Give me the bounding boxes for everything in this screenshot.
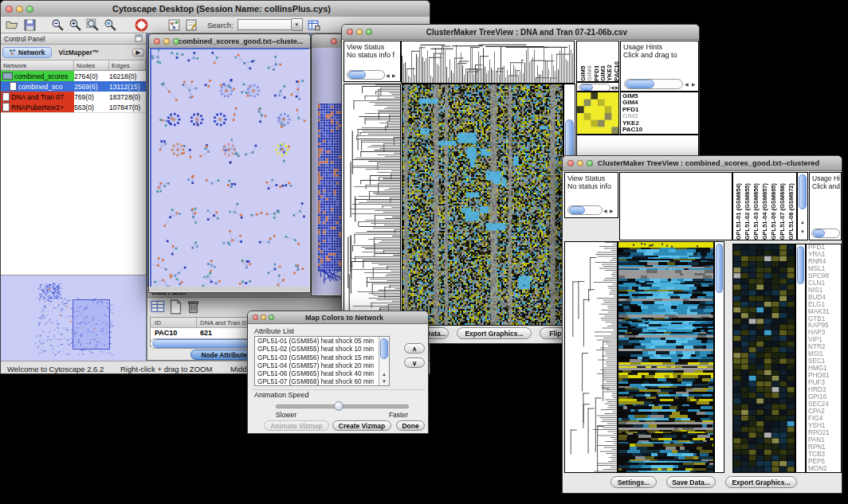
annotation-icon[interactable]: [185, 18, 198, 32]
tv2-column-scrollbar[interactable]: ▲ ▼: [797, 172, 808, 240]
zoom-button[interactable]: [366, 29, 372, 35]
scroll-left-icon[interactable]: ◀: [685, 81, 689, 88]
animation-speed-slider[interactable]: [276, 404, 409, 408]
scroll-down-icon[interactable]: ▼: [382, 378, 387, 385]
vscroll-thumb[interactable]: [380, 338, 388, 359]
scroll-right-icon[interactable]: ▶: [610, 208, 614, 214]
delete-attribute-icon[interactable]: [186, 299, 199, 313]
float-panel-icon[interactable]: [135, 34, 143, 44]
close-button[interactable]: [154, 38, 160, 45]
animate-vizmap-button[interactable]: Animate Vizmap: [264, 420, 329, 431]
main-titlebar[interactable]: Cytoscape Desktop (Session Name: collins…: [1, 1, 430, 18]
heatmap-column-label[interactable]: GPL51-04 (GSM857): [761, 183, 768, 240]
settings-button[interactable]: Settings...: [610, 476, 657, 488]
usage-hints-hscrollbar[interactable]: [624, 79, 683, 89]
move-up-button[interactable]: ∧: [404, 343, 425, 354]
slider-thumb[interactable]: [334, 401, 344, 411]
export-graphics-button[interactable]: Export Graphics...: [457, 327, 532, 339]
tv1-mini-heatmap[interactable]: [576, 92, 619, 135]
network-row[interactable]: combined_scores 2764(0) 16218(0): [1, 71, 146, 81]
minimize-button[interactable]: [163, 38, 170, 45]
heatmap-column-label[interactable]: GPL51-01 (GSM854): [735, 183, 742, 240]
minimize-button[interactable]: [577, 160, 583, 166]
attribute-browser-icon[interactable]: [307, 18, 320, 32]
zoom-button[interactable]: [26, 6, 33, 13]
attribute-item[interactable]: GPL51-04 (GSM857) heat shock 20 min: [255, 362, 389, 370]
network-window-titlebar[interactable]: combined_scores_good.txt--cluste...: [149, 34, 310, 49]
attribute-item[interactable]: GPL51-03 (GSM856) heat shock 15 min: [255, 354, 389, 362]
zoom-fit-icon[interactable]: [86, 18, 100, 32]
vscroll-thumb[interactable]: [799, 174, 807, 209]
attribute-list-vscrollbar[interactable]: ▲ ▼: [379, 337, 389, 385]
scroll-right-icon[interactable]: ▶: [692, 81, 696, 88]
attribute-item[interactable]: GPL51-02 (GSM855) heat shock 10 min: [255, 346, 389, 354]
network-row[interactable]: RNAPuberNov2+ 563(0) 107847(0): [1, 102, 146, 112]
tv2-row-dendrogram[interactable]: [564, 241, 618, 473]
zoom-selected-icon[interactable]: [104, 18, 117, 32]
save-icon[interactable]: [23, 18, 37, 32]
done-button[interactable]: Done: [396, 420, 425, 431]
heatmap-column-label[interactable]: GPL51-03 (GSM856): [752, 183, 760, 240]
close-button[interactable]: [567, 160, 574, 166]
tv2-zoom-vscrollbar[interactable]: [795, 244, 806, 473]
minimize-button[interactable]: [16, 6, 23, 13]
move-down-button[interactable]: ∨: [404, 357, 425, 368]
birds-eye-view[interactable]: [1, 275, 146, 361]
tv1-heatmap[interactable]: [402, 84, 563, 326]
heatmap-column-label[interactable]: GIM4: [586, 65, 591, 81]
open-file-icon[interactable]: [6, 18, 19, 32]
heatmap-column-label[interactable]: GPL51-07 (GSM868): [779, 183, 786, 240]
view-status-hscrollbar[interactable]: [567, 205, 603, 215]
network-graph-canvas[interactable]: [151, 49, 309, 288]
new-attribute-icon[interactable]: [168, 299, 182, 313]
zoom-button[interactable]: [269, 315, 274, 320]
heatmap-column-label[interactable]: PAC10: [613, 61, 618, 81]
scroll-up-icon[interactable]: ▲: [382, 371, 387, 377]
tv1-column-labels[interactable]: GIM5GIM4PFD1GIM3YKE2PAC10: [576, 41, 619, 82]
tv1-column-dendrogram[interactable]: [401, 41, 575, 84]
mini-heatmap-row-label[interactable]: PAC10: [621, 127, 698, 133]
attribute-select-icon[interactable]: [151, 299, 164, 313]
tv2-column-dendrogram-area[interactable]: [619, 172, 732, 240]
scroll-left-icon[interactable]: ◀: [386, 72, 390, 79]
close-button[interactable]: [253, 315, 258, 320]
close-button[interactable]: [347, 29, 353, 35]
view-status-hscrollbar[interactable]: [347, 70, 385, 80]
zoom-button[interactable]: [587, 160, 593, 166]
minimize-button[interactable]: [356, 29, 363, 35]
zoom-button[interactable]: [173, 38, 179, 45]
network-row[interactable]: DNA and Tran 07 769(0) 183728(0): [1, 92, 146, 102]
attribute-item[interactable]: GPL51-01 (GSM854) heat shock 05 min: [255, 338, 389, 346]
heatmap-column-label[interactable]: PFD1: [593, 65, 599, 81]
search-dropdown-button[interactable]: ▼: [292, 18, 303, 31]
vscroll-thumb[interactable]: [797, 246, 804, 284]
close-button[interactable]: [6, 6, 13, 13]
scroll-down-icon[interactable]: ▼: [800, 229, 805, 235]
close-button[interactable]: [331, 38, 337, 45]
treeview1-titlebar[interactable]: ClusterMaker TreeView : DNA and Tran 07-…: [342, 25, 699, 40]
network-overview-canvas[interactable]: [1, 275, 145, 361]
attribute-item[interactable]: GPL51-06 (GSM865) heat shock 40 min: [255, 370, 389, 378]
dialog-titlebar[interactable]: Map Colors to Network: [248, 311, 428, 324]
tv2-zoom-heatmap[interactable]: [732, 244, 795, 473]
zoom-out-icon[interactable]: [51, 18, 65, 32]
tv1-row-dendrogram[interactable]: [344, 84, 401, 326]
tv2-heatmap[interactable]: [618, 241, 714, 473]
tv2-column-labels[interactable]: GPL51-01 (GSM854)GPL51-02 (GSM855)GPL51-…: [732, 172, 797, 240]
tab-vizmapper[interactable]: VizMapper™: [53, 48, 105, 57]
save-data-button[interactable]: Save Data...: [666, 476, 716, 488]
tv2-heatmap-vscrollbar[interactable]: [714, 241, 724, 473]
scroll-up-icon[interactable]: ▲: [800, 219, 805, 225]
usage-hints-hscrollbar[interactable]: [811, 229, 840, 238]
vscroll-thumb[interactable]: [716, 244, 723, 293]
tab-network[interactable]: Network: [2, 47, 52, 58]
search-input[interactable]: [238, 19, 292, 30]
heatmap-column-label[interactable]: GIM5: [579, 65, 585, 81]
create-vizmap-button[interactable]: Create Vizmap: [332, 420, 391, 431]
network-row[interactable]: combined_sco 2569(6) 13112(15): [1, 81, 146, 92]
help-lifering-icon[interactable]: [135, 18, 148, 32]
heatmap-column-label[interactable]: GIM3: [599, 65, 605, 81]
id-column-header[interactable]: ID: [151, 318, 197, 327]
minimize-button[interactable]: [261, 315, 266, 320]
mini-hscrollbar[interactable]: [579, 84, 610, 92]
